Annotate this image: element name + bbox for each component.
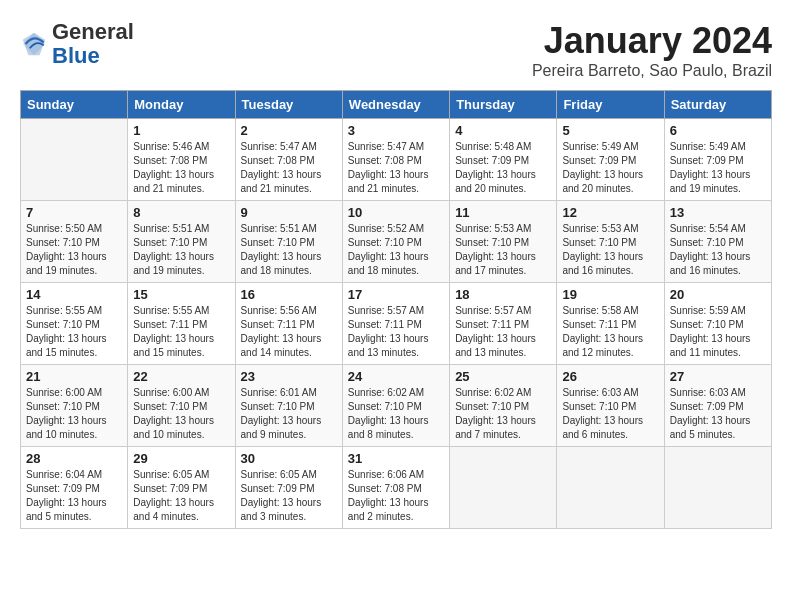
day-cell: 5Sunrise: 5:49 AM Sunset: 7:09 PM Daylig… bbox=[557, 119, 664, 201]
day-info: Sunrise: 6:02 AM Sunset: 7:10 PM Dayligh… bbox=[348, 386, 444, 442]
header-day-monday: Monday bbox=[128, 91, 235, 119]
day-info: Sunrise: 6:05 AM Sunset: 7:09 PM Dayligh… bbox=[133, 468, 229, 524]
day-cell: 10Sunrise: 5:52 AM Sunset: 7:10 PM Dayli… bbox=[342, 201, 449, 283]
day-cell bbox=[21, 119, 128, 201]
day-info: Sunrise: 6:04 AM Sunset: 7:09 PM Dayligh… bbox=[26, 468, 122, 524]
day-cell: 27Sunrise: 6:03 AM Sunset: 7:09 PM Dayli… bbox=[664, 365, 771, 447]
day-info: Sunrise: 5:50 AM Sunset: 7:10 PM Dayligh… bbox=[26, 222, 122, 278]
day-info: Sunrise: 6:00 AM Sunset: 7:10 PM Dayligh… bbox=[26, 386, 122, 442]
day-cell: 1Sunrise: 5:46 AM Sunset: 7:08 PM Daylig… bbox=[128, 119, 235, 201]
day-info: Sunrise: 6:03 AM Sunset: 7:10 PM Dayligh… bbox=[562, 386, 658, 442]
day-cell: 15Sunrise: 5:55 AM Sunset: 7:11 PM Dayli… bbox=[128, 283, 235, 365]
day-number: 11 bbox=[455, 205, 551, 220]
day-cell: 31Sunrise: 6:06 AM Sunset: 7:08 PM Dayli… bbox=[342, 447, 449, 529]
day-cell: 3Sunrise: 5:47 AM Sunset: 7:08 PM Daylig… bbox=[342, 119, 449, 201]
week-row-1: 7Sunrise: 5:50 AM Sunset: 7:10 PM Daylig… bbox=[21, 201, 772, 283]
day-info: Sunrise: 5:47 AM Sunset: 7:08 PM Dayligh… bbox=[348, 140, 444, 196]
day-info: Sunrise: 5:51 AM Sunset: 7:10 PM Dayligh… bbox=[241, 222, 337, 278]
day-cell: 6Sunrise: 5:49 AM Sunset: 7:09 PM Daylig… bbox=[664, 119, 771, 201]
day-number: 12 bbox=[562, 205, 658, 220]
day-cell: 8Sunrise: 5:51 AM Sunset: 7:10 PM Daylig… bbox=[128, 201, 235, 283]
day-info: Sunrise: 6:00 AM Sunset: 7:10 PM Dayligh… bbox=[133, 386, 229, 442]
day-number: 24 bbox=[348, 369, 444, 384]
day-info: Sunrise: 6:03 AM Sunset: 7:09 PM Dayligh… bbox=[670, 386, 766, 442]
day-cell: 17Sunrise: 5:57 AM Sunset: 7:11 PM Dayli… bbox=[342, 283, 449, 365]
day-number: 2 bbox=[241, 123, 337, 138]
day-cell: 4Sunrise: 5:48 AM Sunset: 7:09 PM Daylig… bbox=[450, 119, 557, 201]
day-cell: 7Sunrise: 5:50 AM Sunset: 7:10 PM Daylig… bbox=[21, 201, 128, 283]
day-info: Sunrise: 5:47 AM Sunset: 7:08 PM Dayligh… bbox=[241, 140, 337, 196]
day-number: 31 bbox=[348, 451, 444, 466]
day-number: 5 bbox=[562, 123, 658, 138]
day-info: Sunrise: 5:57 AM Sunset: 7:11 PM Dayligh… bbox=[348, 304, 444, 360]
day-info: Sunrise: 5:57 AM Sunset: 7:11 PM Dayligh… bbox=[455, 304, 551, 360]
day-info: Sunrise: 5:59 AM Sunset: 7:10 PM Dayligh… bbox=[670, 304, 766, 360]
day-cell: 9Sunrise: 5:51 AM Sunset: 7:10 PM Daylig… bbox=[235, 201, 342, 283]
day-number: 22 bbox=[133, 369, 229, 384]
day-cell: 22Sunrise: 6:00 AM Sunset: 7:10 PM Dayli… bbox=[128, 365, 235, 447]
day-info: Sunrise: 5:53 AM Sunset: 7:10 PM Dayligh… bbox=[455, 222, 551, 278]
day-cell bbox=[557, 447, 664, 529]
day-number: 3 bbox=[348, 123, 444, 138]
day-info: Sunrise: 5:55 AM Sunset: 7:10 PM Dayligh… bbox=[26, 304, 122, 360]
day-number: 25 bbox=[455, 369, 551, 384]
logo: General Blue bbox=[20, 20, 134, 68]
day-number: 26 bbox=[562, 369, 658, 384]
logo-blue: Blue bbox=[52, 43, 100, 68]
day-number: 27 bbox=[670, 369, 766, 384]
day-cell: 21Sunrise: 6:00 AM Sunset: 7:10 PM Dayli… bbox=[21, 365, 128, 447]
week-row-0: 1Sunrise: 5:46 AM Sunset: 7:08 PM Daylig… bbox=[21, 119, 772, 201]
week-row-3: 21Sunrise: 6:00 AM Sunset: 7:10 PM Dayli… bbox=[21, 365, 772, 447]
logo-icon bbox=[20, 30, 48, 58]
day-number: 20 bbox=[670, 287, 766, 302]
header-day-wednesday: Wednesday bbox=[342, 91, 449, 119]
day-info: Sunrise: 5:49 AM Sunset: 7:09 PM Dayligh… bbox=[670, 140, 766, 196]
day-cell: 14Sunrise: 5:55 AM Sunset: 7:10 PM Dayli… bbox=[21, 283, 128, 365]
day-cell: 29Sunrise: 6:05 AM Sunset: 7:09 PM Dayli… bbox=[128, 447, 235, 529]
logo-text: General Blue bbox=[52, 20, 134, 68]
day-number: 4 bbox=[455, 123, 551, 138]
day-cell: 18Sunrise: 5:57 AM Sunset: 7:11 PM Dayli… bbox=[450, 283, 557, 365]
day-cell: 26Sunrise: 6:03 AM Sunset: 7:10 PM Dayli… bbox=[557, 365, 664, 447]
day-number: 8 bbox=[133, 205, 229, 220]
day-info: Sunrise: 5:46 AM Sunset: 7:08 PM Dayligh… bbox=[133, 140, 229, 196]
day-cell: 25Sunrise: 6:02 AM Sunset: 7:10 PM Dayli… bbox=[450, 365, 557, 447]
day-info: Sunrise: 6:01 AM Sunset: 7:10 PM Dayligh… bbox=[241, 386, 337, 442]
day-cell bbox=[450, 447, 557, 529]
day-info: Sunrise: 6:02 AM Sunset: 7:10 PM Dayligh… bbox=[455, 386, 551, 442]
header-row: SundayMondayTuesdayWednesdayThursdayFrid… bbox=[21, 91, 772, 119]
day-info: Sunrise: 5:53 AM Sunset: 7:10 PM Dayligh… bbox=[562, 222, 658, 278]
day-cell bbox=[664, 447, 771, 529]
day-info: Sunrise: 5:52 AM Sunset: 7:10 PM Dayligh… bbox=[348, 222, 444, 278]
day-info: Sunrise: 5:58 AM Sunset: 7:11 PM Dayligh… bbox=[562, 304, 658, 360]
day-number: 17 bbox=[348, 287, 444, 302]
day-number: 19 bbox=[562, 287, 658, 302]
week-row-4: 28Sunrise: 6:04 AM Sunset: 7:09 PM Dayli… bbox=[21, 447, 772, 529]
day-info: Sunrise: 5:54 AM Sunset: 7:10 PM Dayligh… bbox=[670, 222, 766, 278]
day-number: 10 bbox=[348, 205, 444, 220]
day-cell: 19Sunrise: 5:58 AM Sunset: 7:11 PM Dayli… bbox=[557, 283, 664, 365]
day-number: 28 bbox=[26, 451, 122, 466]
location: Pereira Barreto, Sao Paulo, Brazil bbox=[532, 62, 772, 80]
day-cell: 11Sunrise: 5:53 AM Sunset: 7:10 PM Dayli… bbox=[450, 201, 557, 283]
day-number: 29 bbox=[133, 451, 229, 466]
header-day-thursday: Thursday bbox=[450, 91, 557, 119]
calendar-table: SundayMondayTuesdayWednesdayThursdayFrid… bbox=[20, 90, 772, 529]
header-day-saturday: Saturday bbox=[664, 91, 771, 119]
day-info: Sunrise: 5:55 AM Sunset: 7:11 PM Dayligh… bbox=[133, 304, 229, 360]
week-row-2: 14Sunrise: 5:55 AM Sunset: 7:10 PM Dayli… bbox=[21, 283, 772, 365]
day-info: Sunrise: 5:49 AM Sunset: 7:09 PM Dayligh… bbox=[562, 140, 658, 196]
day-number: 23 bbox=[241, 369, 337, 384]
day-info: Sunrise: 5:48 AM Sunset: 7:09 PM Dayligh… bbox=[455, 140, 551, 196]
day-info: Sunrise: 6:05 AM Sunset: 7:09 PM Dayligh… bbox=[241, 468, 337, 524]
day-cell: 2Sunrise: 5:47 AM Sunset: 7:08 PM Daylig… bbox=[235, 119, 342, 201]
day-number: 21 bbox=[26, 369, 122, 384]
day-number: 15 bbox=[133, 287, 229, 302]
day-cell: 24Sunrise: 6:02 AM Sunset: 7:10 PM Dayli… bbox=[342, 365, 449, 447]
day-number: 6 bbox=[670, 123, 766, 138]
day-number: 30 bbox=[241, 451, 337, 466]
header-day-friday: Friday bbox=[557, 91, 664, 119]
header-day-tuesday: Tuesday bbox=[235, 91, 342, 119]
day-info: Sunrise: 5:51 AM Sunset: 7:10 PM Dayligh… bbox=[133, 222, 229, 278]
day-number: 14 bbox=[26, 287, 122, 302]
